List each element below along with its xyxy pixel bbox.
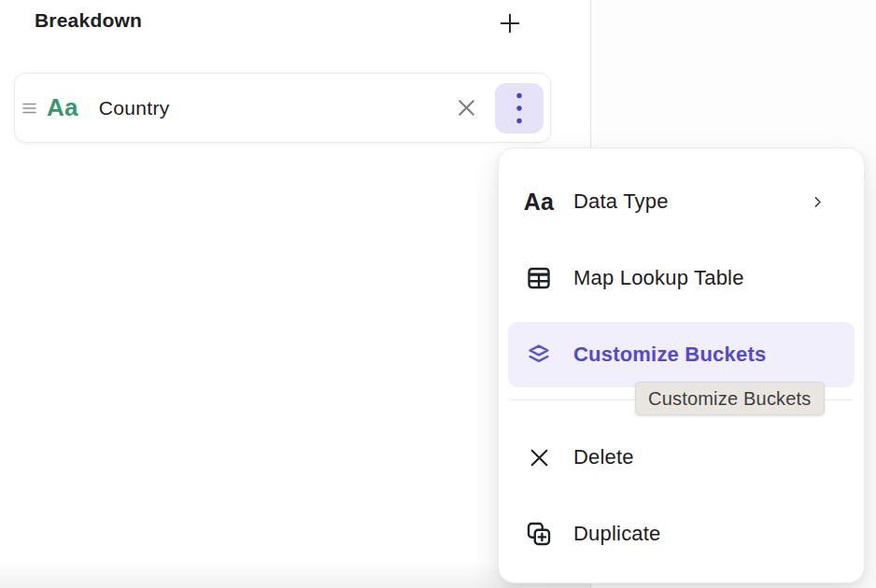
field-type-badge: Aa [47, 93, 78, 122]
data-type-icon: Aa [525, 189, 553, 216]
page-title: Breakdown [35, 9, 142, 32]
menu-item-customize-buckets[interactable]: Customize Buckets [508, 322, 855, 387]
kebab-menu-icon [515, 91, 524, 125]
breakdown-field-card[interactable]: Aa Country [14, 73, 551, 143]
menu-item-label: Delete [573, 445, 634, 469]
drag-handle-icon[interactable] [22, 102, 36, 115]
menu-item-duplicate[interactable]: Duplicate [499, 496, 864, 572]
menu-item-label: Data Type [573, 189, 669, 214]
field-more-button[interactable] [495, 83, 544, 133]
stack-icon [525, 341, 553, 369]
copy-plus-icon [525, 519, 553, 549]
menu-item-data-type[interactable]: Aa Data Type [499, 163, 864, 240]
field-label: Country [99, 97, 170, 119]
field-context-menu: Aa Data Type Map Lookup Table Customize … [498, 147, 865, 583]
plus-icon [497, 10, 523, 36]
table-icon [525, 264, 553, 292]
x-icon [454, 95, 479, 120]
menu-item-label: Map Lookup Table [573, 266, 744, 290]
chevron-right-icon [810, 194, 826, 210]
x-icon [525, 446, 553, 469]
remove-field-button[interactable] [452, 94, 480, 122]
menu-item-label: Duplicate [573, 522, 661, 546]
add-breakdown-button[interactable] [494, 7, 526, 39]
menu-item-map-lookup-table[interactable]: Map Lookup Table [499, 240, 864, 316]
menu-item-label: Customize Buckets [573, 343, 766, 367]
field-actions [452, 83, 550, 133]
menu-item-delete[interactable]: Delete [499, 419, 864, 496]
tooltip: Customize Buckets [635, 382, 825, 415]
